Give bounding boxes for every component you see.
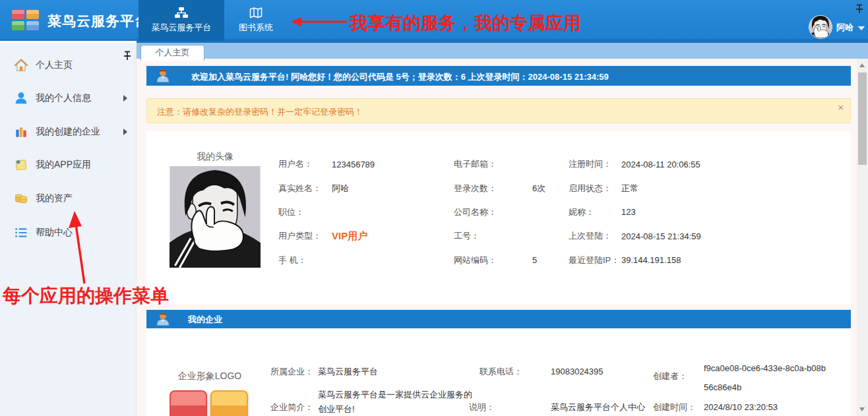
vertical-scrollbar[interactable] (857, 59, 868, 416)
field-desc-label: 说明： (469, 401, 495, 413)
field-register-time: 注册时间： 2024-08-11 20:06:55 (569, 152, 846, 176)
field-creator-value: f9ca0e08-0ce6-433e-8c0a-b08b56c86e4b (704, 359, 828, 397)
sidebar-item-home[interactable]: 个人主页 (0, 55, 137, 76)
main-content: 欢迎加入菜鸟云服务平台! 阿哈您好！您的公司代码是 5号；登录次数：6 上次登录… (137, 59, 857, 416)
header-pin-icon[interactable] (853, 4, 865, 15)
avatar-label: 我的头像 (170, 151, 261, 163)
nav-tab-book-system[interactable]: 图书系统 (226, 0, 286, 41)
user-menu-caret-icon[interactable] (858, 26, 865, 30)
field-belong-label: 所属企业： (270, 366, 313, 377)
field-belong-value: 菜鸟云服务平台 (318, 366, 378, 377)
note-icon (15, 158, 28, 171)
person-icon (15, 92, 28, 105)
list-icon (15, 226, 28, 239)
sidebar-item-label: 我的APP应用 (36, 159, 91, 171)
scrollbar-thumb[interactable] (858, 73, 867, 165)
enterprise-panel: 企业形象LOGO 所属企业： 菜鸟云服务平台 企业简介： 菜鸟云服务平台是一家提… (146, 328, 851, 416)
sitemap-icon (175, 7, 188, 18)
assets-icon (15, 192, 28, 205)
field-login-count: 登录次数： 6次 (454, 176, 569, 200)
close-icon[interactable]: × (838, 102, 844, 113)
logo-square-orange (26, 10, 39, 19)
nav-tab-label: 菜鸟云服务平台 (152, 22, 212, 34)
logo-square-red (12, 10, 24, 19)
profile-photo (170, 166, 261, 268)
field-phone-label: 联系电话： (480, 366, 522, 377)
content-tabstrip: 个人主页 (137, 41, 868, 59)
sidebar-annotation: 每个应用的操作菜单 (3, 283, 169, 309)
user-avatar[interactable] (809, 15, 832, 39)
sidebar-item-label: 我的个人信息 (36, 92, 91, 104)
welcome-text: 欢迎加入菜鸟云服务平台! 阿哈您好！您的公司代码是 5号；登录次数：6 上次登录… (191, 71, 609, 83)
field-phone-value: 19083024395 (551, 366, 604, 377)
user-name[interactable]: 阿哈 (836, 22, 853, 34)
logo-square-red (170, 390, 207, 416)
warning-text: 注意：请修改复杂的登录密码！并一定牢记登录密码！ (157, 106, 363, 118)
sidebar-item-personal-info[interactable]: 我的个人信息 (0, 88, 137, 109)
sidebar-item-label: 我的创建的企业 (36, 126, 100, 138)
enterprise-header: 我的企业 (146, 310, 851, 328)
field-intro-value: 菜鸟云服务平台是一家提供云企业服务的创业平台! (318, 388, 478, 416)
enterprise-logo-label: 企业形象LOGO (170, 371, 250, 382)
field-email: 电子邮箱： (454, 152, 569, 176)
field-ctime-value: 2024/8/10 23:20:53 (704, 401, 778, 413)
vip-badge: VIP用户 (332, 230, 367, 243)
nav-tab-cloud-platform[interactable]: 菜鸟云服务平台 (139, 0, 224, 41)
field-mobile: 手 机： (278, 249, 450, 272)
enterprise-logo (170, 390, 253, 416)
sidebar-item-app[interactable]: 我的APP应用 (0, 154, 137, 175)
app-logo (12, 10, 40, 31)
field-username: 用户名： 123456789 (278, 152, 450, 176)
field-usertype: 用户类型： VIP用户 (278, 224, 450, 248)
sidebar-item-help-center[interactable]: 帮助中心 (0, 222, 137, 243)
sidebar-item-assets[interactable]: 我的资产 (0, 188, 137, 209)
field-status: 启用状态： 正常 (569, 176, 846, 200)
field-site-code: 网站编码： 5 (454, 249, 569, 272)
logo-square-blue (26, 21, 39, 30)
sidebar-item-label: 帮助中心 (36, 227, 73, 239)
field-realname: 真实姓名： 阿哈 (278, 176, 450, 200)
header-annotation: 我享有的服务，我的专属应用 (350, 11, 581, 35)
field-position: 职位： (278, 200, 450, 224)
scroll-down-icon[interactable] (859, 407, 865, 411)
welcome-banner: 欢迎加入菜鸟云服务平台! 阿哈您好！您的公司代码是 5号；登录次数：6 上次登录… (146, 66, 851, 86)
app-title: 菜鸟云服务平台 (47, 12, 149, 30)
field-creator-label: 创建者： (653, 371, 687, 382)
field-company-name: 公司名称： (454, 200, 569, 224)
user-banner-icon (156, 68, 170, 84)
field-ctime-label: 创建时间： (653, 401, 696, 413)
logo-square-green (12, 21, 24, 30)
profile-column-2: 电子邮箱： 登录次数： 6次 公司名称： 工号： 网站编码： 5 (454, 152, 569, 272)
field-last-login-ip: 最近登陆IP： 39.144.191.158 (569, 249, 846, 272)
annotation-arrow-left-icon (290, 16, 348, 28)
field-desc-value: 菜鸟云服务平台个人中心 (551, 401, 645, 413)
chart-icon (15, 125, 28, 138)
field-intro-label: 企业简介： (270, 401, 313, 413)
sidebar-item-my-enterprises[interactable]: 我的创建的企业 (0, 121, 137, 142)
sidebar-item-label: 我的资产 (36, 193, 73, 204)
book-icon (249, 7, 263, 18)
scroll-up-icon[interactable] (859, 63, 865, 67)
user-banner-icon (156, 311, 170, 327)
app-header: 菜鸟云服务平台 菜鸟云服务平台 图书系统 我享有的服务，我的专属应用 阿哈 (0, 0, 868, 41)
sidebar: 个人主页 我的个人信息 我的创建的企业 我的APP应用 (0, 43, 137, 416)
field-last-login: 上次登陆： 2024-08-15 21:34:59 (569, 224, 846, 248)
logo-square-orange (210, 390, 248, 416)
submenu-arrow-icon (123, 95, 127, 102)
home-icon (15, 59, 28, 72)
profile-panel: 我的头像 用户名： 123456789 真实姓名： 阿哈 职位： 用户类型： V… (146, 131, 851, 304)
submenu-arrow-icon (123, 129, 127, 135)
sidebar-item-label: 个人主页 (36, 59, 73, 71)
profile-column-3: 注册时间： 2024-08-11 20:06:55 启用状态： 正常 妮称： 1… (569, 152, 846, 272)
tab-personal-home[interactable]: 个人主页 (140, 45, 204, 61)
enterprise-title: 我的企业 (188, 314, 222, 326)
field-nickname: 妮称： 123 (569, 200, 846, 224)
profile-column-1: 用户名： 123456789 真实姓名： 阿哈 职位： 用户类型： VIP用户 … (278, 152, 450, 272)
nav-tab-label: 图书系统 (239, 22, 273, 34)
password-warning: 注意：请修改复杂的登录密码！并一定牢记登录密码！ × (146, 98, 851, 123)
field-worker-id: 工号： (454, 224, 569, 248)
